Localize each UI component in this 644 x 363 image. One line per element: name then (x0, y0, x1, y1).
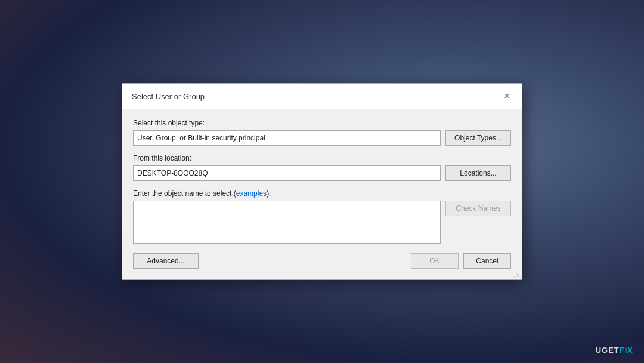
name-row: Check Names (133, 201, 511, 244)
location-label: From this location: (133, 154, 511, 162)
watermark-black: UGET (596, 346, 620, 355)
select-user-group-dialog: Select User or Group × Select this objec… (122, 83, 522, 280)
object-types-button[interactable]: Object Types... (445, 130, 511, 146)
dialog-title: Select User or Group (132, 92, 205, 101)
watermark-cyan: FIX (620, 346, 633, 355)
ok-button: OK (411, 253, 459, 269)
footer-right: OK Cancel (411, 253, 511, 269)
dialog-titlebar: Select User or Group × (122, 84, 522, 109)
resize-handle[interactable] (512, 271, 519, 278)
location-row: Locations... (133, 165, 511, 181)
cancel-button[interactable]: Cancel (463, 253, 511, 269)
object-type-input[interactable] (133, 130, 441, 146)
advanced-button[interactable]: Advanced... (133, 253, 199, 269)
object-type-row: Object Types... (133, 130, 511, 146)
object-name-group: Enter the object name to select (example… (133, 189, 511, 244)
examples-link[interactable]: examples (236, 189, 267, 198)
object-name-textarea[interactable] (133, 201, 441, 244)
object-type-label: Select this object type: (133, 119, 511, 127)
dialog-body: Select this object type: Object Types...… (122, 109, 522, 279)
close-button[interactable]: × (500, 90, 513, 103)
check-names-button: Check Names (445, 201, 511, 216)
dialog-footer: Advanced... OK Cancel (133, 253, 511, 269)
location-input[interactable] (133, 165, 441, 181)
location-group: From this location: Locations... (133, 154, 511, 181)
enter-label: Enter the object name to select (example… (133, 189, 511, 198)
object-type-group: Select this object type: Object Types... (133, 119, 511, 146)
watermark: UGETFIX (596, 346, 633, 355)
locations-button[interactable]: Locations... (445, 165, 511, 181)
